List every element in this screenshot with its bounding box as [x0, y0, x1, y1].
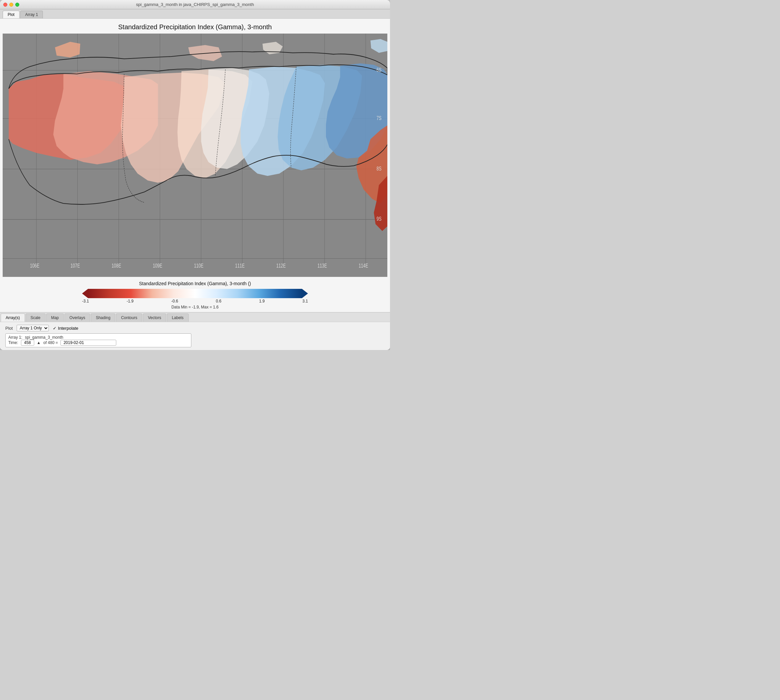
- legend-tick-3: -0.6: [171, 299, 178, 303]
- legend-data-info: Data Min = -1.9, Max = 1.6: [171, 305, 219, 310]
- legend-area: Standardized Precipitation Index (Gamma)…: [0, 277, 390, 312]
- svg-text:112E: 112E: [276, 263, 286, 269]
- interpolate-check: ✓ Interpolate: [53, 326, 78, 331]
- interpolate-label: Interpolate: [58, 326, 78, 331]
- tab-plot[interactable]: Plot: [3, 11, 20, 18]
- legend-tick-5: 1.9: [259, 299, 265, 303]
- svg-text:106E: 106E: [30, 263, 40, 269]
- svg-text:111E: 111E: [235, 263, 245, 269]
- legend-ticks: -3.1 -1.9 -0.6 0.6 1.9 3.1: [82, 298, 308, 304]
- close-button[interactable]: [3, 3, 7, 7]
- bottom-tab-vectors[interactable]: Vectors: [143, 313, 166, 322]
- time-stepper-up[interactable]: ▲: [37, 340, 41, 345]
- array-label: Array 1:: [8, 335, 22, 340]
- svg-text:114E: 114E: [359, 263, 368, 269]
- legend-title: Standardized Precipitation Index (Gamma)…: [139, 281, 251, 286]
- legend-arrow-left: [82, 289, 88, 298]
- chart-title: Standardized Precipitation Index (Gamma)…: [0, 18, 390, 33]
- bottom-tab-overlays[interactable]: Overlays: [65, 313, 90, 322]
- top-tab-bar: Plot Array 1: [0, 9, 390, 18]
- legend-bar: [88, 289, 302, 298]
- legend-bar-container: [82, 289, 308, 298]
- bottom-tab-labels[interactable]: Labels: [167, 313, 188, 322]
- svg-text:8S: 8S: [376, 165, 381, 172]
- tab-array1[interactable]: Array 1: [20, 11, 43, 18]
- checkmark-icon: ✓: [53, 326, 57, 331]
- controls-area: Plot Array 1 Only ✓ Interpolate Array 1:…: [0, 322, 390, 350]
- svg-text:9S: 9S: [376, 216, 381, 222]
- main-window: spi_gamma_3_month in java_CHIRPS_spi_gam…: [0, 0, 390, 350]
- svg-text:107E: 107E: [70, 263, 80, 269]
- svg-text:113E: 113E: [318, 263, 327, 269]
- legend-tick-2: -1.9: [126, 299, 133, 303]
- time-of: of 480 =: [43, 340, 58, 345]
- window-title: spi_gamma_3_month in java_CHIRPS_spi_gam…: [136, 2, 254, 7]
- time-row: Time: ▲ of 480 =: [8, 340, 188, 346]
- bottom-tab-arrays[interactable]: Array(s): [1, 313, 25, 322]
- bottom-tabs: Array(s) Scale Map Overlays Shading Cont…: [0, 312, 390, 322]
- svg-text:6S: 6S: [376, 67, 381, 73]
- traffic-lights: [3, 3, 19, 7]
- plot-label: Plot: [5, 326, 13, 331]
- svg-text:108E: 108E: [111, 263, 121, 269]
- svg-text:109E: 109E: [153, 263, 163, 269]
- main-content: Standardized Precipitation Index (Gamma)…: [0, 18, 390, 350]
- maximize-button[interactable]: [15, 3, 19, 7]
- svg-text:110E: 110E: [194, 263, 204, 269]
- map-svg: 6S 7S 8S 9S 106E 107E 108E 109E 110E 111…: [3, 33, 388, 277]
- title-bar: spi_gamma_3_month in java_CHIRPS_spi_gam…: [0, 0, 390, 9]
- time-date-input[interactable]: [60, 340, 116, 346]
- array-value: spi_gamma_3_month: [25, 335, 63, 340]
- minimize-button[interactable]: [9, 3, 13, 7]
- map-container: 6S 7S 8S 9S 106E 107E 108E 109E 110E 111…: [3, 33, 388, 277]
- time-input[interactable]: [21, 340, 34, 346]
- time-label: Time:: [8, 340, 18, 345]
- bottom-tab-contours[interactable]: Contours: [116, 313, 142, 322]
- plot-select[interactable]: Array 1 Only: [17, 325, 49, 332]
- legend-tick-1: -3.1: [82, 299, 89, 303]
- bottom-tab-scale[interactable]: Scale: [26, 313, 45, 322]
- bottom-tab-shading[interactable]: Shading: [91, 313, 115, 322]
- array-info-row: Array 1: spi_gamma_3_month: [8, 335, 188, 340]
- bottom-tab-map[interactable]: Map: [46, 313, 64, 322]
- legend-tick-4: 0.6: [216, 299, 221, 303]
- legend-arrow-right: [302, 289, 308, 298]
- array-info-box: Array 1: spi_gamma_3_month Time: ▲ of 48…: [5, 333, 191, 347]
- svg-text:7S: 7S: [376, 115, 381, 121]
- plot-controls-row: Plot Array 1 Only ✓ Interpolate: [5, 325, 385, 332]
- legend-tick-6: 3.1: [302, 299, 308, 303]
